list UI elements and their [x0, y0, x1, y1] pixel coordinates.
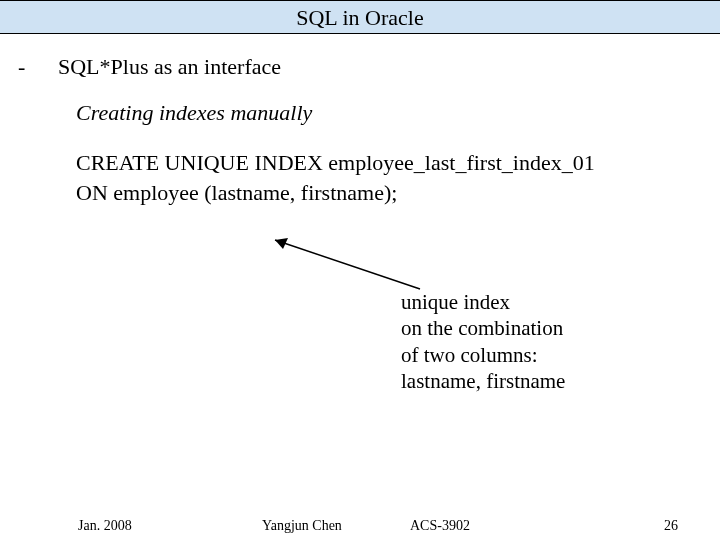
bullet-dash: -: [18, 54, 58, 80]
title-bar: SQL in Oracle: [0, 0, 720, 34]
subheading: Creating indexes manually: [76, 100, 702, 126]
svg-line-0: [275, 240, 420, 289]
footer-course: ACS-3902: [410, 518, 470, 534]
annotation-line-1: unique index: [401, 289, 565, 315]
bullet-text: SQL*Plus as an interface: [58, 54, 281, 80]
footer-author: Yangjun Chen: [262, 518, 342, 534]
annotation-line-3: of two columns:: [401, 342, 565, 368]
bullet-row: - SQL*Plus as an interface: [18, 54, 702, 80]
annotation-block: unique index on the combination of two c…: [401, 289, 565, 394]
annotation-line-2: on the combination: [401, 315, 565, 341]
code-line-2: ON employee (lastname, firstname);: [76, 178, 702, 208]
slide-content: - SQL*Plus as an interface Creating inde…: [0, 34, 720, 207]
footer-date: Jan. 2008: [78, 518, 132, 534]
code-block: CREATE UNIQUE INDEX employee_last_first_…: [76, 148, 702, 207]
annotation-line-4: lastname, firstname: [401, 368, 565, 394]
indent-block: Creating indexes manually CREATE UNIQUE …: [18, 100, 702, 207]
slide-title: SQL in Oracle: [296, 5, 423, 30]
footer-page: 26: [664, 518, 678, 534]
code-line-1: CREATE UNIQUE INDEX employee_last_first_…: [76, 148, 702, 178]
svg-marker-1: [275, 238, 288, 249]
